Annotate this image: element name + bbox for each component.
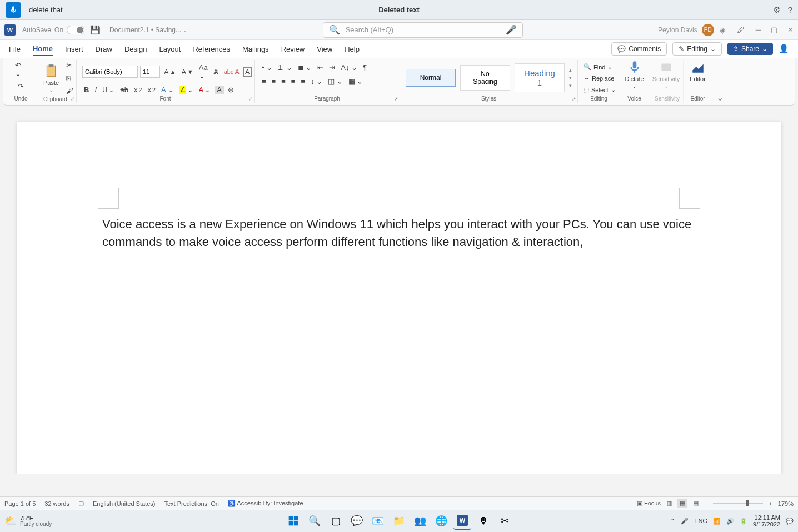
status-accessibility[interactable]: ♿ Accessibility: Investigate — [228, 500, 303, 507]
status-predictions[interactable]: Text Predictions: On — [164, 500, 218, 507]
voice-access-taskbar-icon[interactable]: 🎙 — [475, 512, 492, 530]
font-name-select[interactable] — [82, 66, 138, 78]
styles-up-icon[interactable]: ▴ — [569, 67, 572, 73]
voice-mic-button[interactable] — [6, 2, 21, 18]
tab-home[interactable]: Home — [33, 42, 53, 56]
clear-format-button[interactable]: A̷ — [212, 67, 220, 77]
word-taskbar-icon[interactable]: W — [453, 512, 471, 530]
tab-review[interactable]: Review — [281, 43, 305, 56]
superscript-button[interactable]: x2 — [146, 84, 157, 95]
find-button[interactable]: 🔍 Find ⌄ — [583, 62, 614, 72]
widgets-icon[interactable]: 💬 — [348, 512, 366, 530]
diamond-icon[interactable]: ◈ — [720, 26, 726, 34]
font-launcher-icon[interactable]: ⤢ — [248, 96, 253, 102]
tab-view[interactable]: View — [317, 43, 332, 56]
paste-button[interactable]: Paste⌄ — [40, 64, 62, 93]
line-spacing-button[interactable]: ↕ ⌄ — [309, 76, 324, 87]
justify-button[interactable]: ≡ — [290, 76, 297, 87]
tray-wifi-icon[interactable]: 📶 — [713, 518, 721, 525]
align-center-button[interactable]: ≡ — [270, 76, 278, 87]
minimize-button[interactable]: ─ — [756, 26, 761, 34]
document-body-text[interactable]: Voice access is a new Experience on Wind… — [102, 215, 696, 251]
multilevel-button[interactable]: ≣ ⌄ — [296, 62, 314, 73]
tray-battery-icon[interactable]: 🔋 — [740, 518, 747, 525]
teams-icon[interactable]: 👥 — [411, 512, 429, 530]
shrink-font-button[interactable]: A▼ — [179, 67, 194, 77]
clipboard-launcher-icon[interactable]: ⤢ — [71, 96, 75, 102]
tab-file[interactable]: File — [9, 43, 21, 56]
zoom-in-button[interactable]: + — [769, 500, 772, 507]
font-color-button[interactable]: A ⌄ — [197, 84, 213, 95]
decrease-indent-button[interactable]: ⇤ — [316, 62, 325, 73]
status-page[interactable]: Page 1 of 5 — [4, 500, 36, 507]
styles-more-icon[interactable]: ▾ — [569, 83, 572, 88]
print-layout-icon[interactable]: ▦ — [677, 499, 687, 508]
status-words[interactable]: 32 words — [44, 500, 69, 507]
edge-icon[interactable]: 🌐 — [432, 512, 450, 530]
editor-button[interactable]: Editor — [689, 60, 706, 82]
save-icon[interactable]: 💾 — [90, 25, 101, 35]
ribbon-collapse-button[interactable]: ⌄ — [712, 60, 727, 103]
style-heading1[interactable]: Heading 1 — [515, 63, 565, 92]
tab-references[interactable]: References — [193, 43, 230, 56]
zoom-out-button[interactable]: − — [704, 500, 707, 507]
spellcheck-icon[interactable]: ▢ — [78, 500, 84, 507]
tray-expand-icon[interactable]: ⌃ — [670, 518, 675, 525]
select-button[interactable]: ⬚ Select ⌄ — [583, 85, 614, 94]
char-border-button[interactable]: A — [243, 67, 252, 77]
undo-button[interactable]: ↶ ⌄ — [13, 60, 28, 79]
strike-button[interactable]: ab — [118, 84, 129, 95]
search-box[interactable]: 🔍 Search (Alt+Q) 🎤 — [323, 22, 523, 38]
web-layout-icon[interactable]: ▤ — [693, 500, 699, 507]
numbering-button[interactable]: 1. ⌄ — [276, 62, 293, 73]
underline-button[interactable]: U ⌄ — [101, 84, 116, 95]
align-right-button[interactable]: ≡ — [280, 76, 287, 87]
copy-button[interactable]: ⎘ — [64, 73, 75, 83]
tab-help[interactable]: Help — [345, 43, 360, 56]
highlight-button[interactable]: ∠ ⌄ — [178, 84, 195, 95]
bullets-button[interactable]: • ⌄ — [260, 62, 274, 73]
enclose-button[interactable]: ⊕ — [226, 84, 236, 95]
styles-launcher-icon[interactable]: ⤢ — [572, 96, 576, 102]
voice-help-icon[interactable]: ? — [788, 5, 792, 15]
start-button[interactable] — [285, 512, 302, 530]
document-title[interactable]: Document2.1 • Saving... ⌄ — [109, 26, 187, 34]
snip-icon[interactable]: ✂ — [496, 512, 513, 530]
increase-indent-button[interactable]: ⇥ — [327, 62, 337, 73]
style-normal[interactable]: Normal — [406, 69, 456, 87]
dictate-button[interactable]: Dictate⌄ — [626, 60, 643, 89]
pen-icon[interactable]: 🖊 — [737, 26, 745, 34]
tab-insert[interactable]: Insert — [65, 43, 83, 56]
phonetic-button[interactable]: abcA — [222, 67, 241, 77]
styles-down-icon[interactable]: ▾ — [569, 75, 572, 81]
weather-widget[interactable]: ⛅ 75°F Partly cloudy — [4, 515, 52, 527]
replace-button[interactable]: ↔ Replace — [583, 74, 614, 83]
text-effects-button[interactable]: A ⌄ — [159, 84, 176, 95]
subscript-button[interactable]: x2 — [132, 84, 144, 95]
change-case-button[interactable]: Aa ⌄ — [197, 62, 210, 81]
editing-mode-button[interactable]: ✎ Editing ⌄ — [672, 42, 722, 56]
distributed-button[interactable]: ≡ — [299, 76, 307, 87]
zoom-level[interactable]: 179% — [778, 500, 794, 507]
tray-volume-icon[interactable]: 🔊 — [726, 518, 734, 525]
sort-button[interactable]: A↓ ⌄ — [339, 62, 359, 73]
close-button[interactable]: ✕ — [787, 26, 794, 34]
comments-button[interactable]: 💬 Comments — [611, 42, 667, 56]
zoom-slider[interactable] — [713, 503, 763, 504]
italic-button[interactable]: I — [93, 84, 98, 95]
read-mode-icon[interactable]: ▥ — [666, 500, 672, 507]
taskview-icon[interactable]: ▢ — [327, 512, 345, 530]
tab-mailings[interactable]: Mailings — [242, 43, 269, 56]
maximize-button[interactable]: ▢ — [771, 26, 777, 34]
user-avatar[interactable]: PD — [702, 24, 714, 36]
focus-mode-button[interactable]: ▣ Focus — [637, 500, 661, 507]
status-language[interactable]: English (United States) — [93, 500, 156, 507]
showhide-button[interactable]: ¶ — [361, 62, 368, 73]
user-name[interactable]: Peyton Davis — [658, 26, 697, 34]
format-painter-button[interactable]: 🖌 — [64, 86, 75, 96]
tab-draw[interactable]: Draw — [96, 43, 112, 56]
voice-settings-icon[interactable]: ⚙ — [773, 5, 780, 15]
paragraph-launcher-icon[interactable]: ⤢ — [394, 96, 398, 102]
toggle-switch[interactable] — [67, 26, 84, 34]
grow-font-button[interactable]: A▲ — [162, 67, 177, 77]
